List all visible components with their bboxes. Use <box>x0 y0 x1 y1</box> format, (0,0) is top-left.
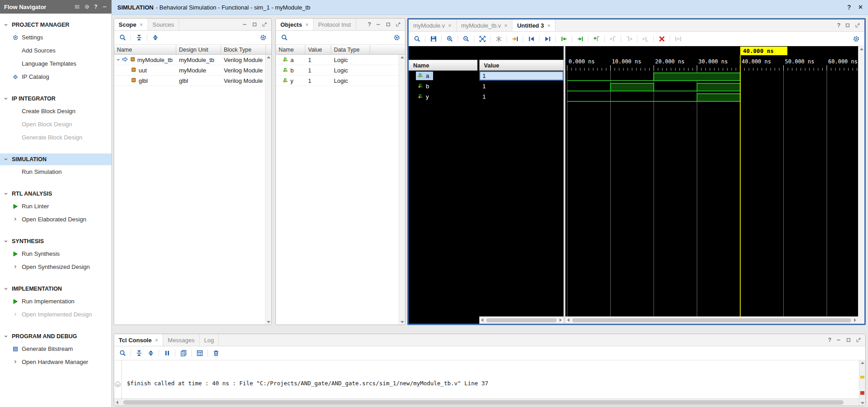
maximize-icon[interactable] <box>386 22 391 27</box>
section-header-implementation[interactable]: IMPLEMENTATION <box>0 283 111 295</box>
collapse-toggle-icon[interactable]: – <box>115 382 121 387</box>
minimize-icon[interactable] <box>242 22 247 27</box>
go-to-time-end-icon[interactable] <box>542 34 553 44</box>
save-wave-config-icon[interactable] <box>428 34 439 44</box>
close-icon[interactable]: × <box>448 22 452 29</box>
column-header-name[interactable]: Name <box>114 45 176 54</box>
maximize-icon[interactable] <box>252 22 257 27</box>
settings-gear-icon[interactable] <box>851 34 861 44</box>
clear-console-icon[interactable] <box>211 348 221 359</box>
go-to-cursor-icon[interactable] <box>510 34 520 44</box>
float-icon[interactable] <box>395 22 401 27</box>
item-open-hardware-manager[interactable]: Open Hardware Manager <box>0 355 111 369</box>
column-header-block-type[interactable]: Block Type <box>221 45 266 54</box>
settings-gear-icon[interactable] <box>391 33 402 43</box>
item-run-linter[interactable]: Run Linter <box>0 200 111 213</box>
item-open-synthesized-design[interactable]: Open Synthesized Design <box>0 260 111 273</box>
wave-column-header-name[interactable]: Name <box>409 60 477 71</box>
chevron-down-icon[interactable] <box>116 57 121 63</box>
horizontal-scrollbar[interactable] <box>565 316 858 324</box>
vertical-scrollbar[interactable] <box>399 55 405 325</box>
item-open-elaborated-design[interactable]: Open Elaborated Design <box>0 213 111 226</box>
column-header-value[interactable]: Value <box>305 45 331 54</box>
maximize-icon[interactable] <box>845 23 850 28</box>
vertical-scrollbar[interactable] <box>265 55 271 325</box>
tab-untitled-3[interactable]: Untitled 3 × <box>512 19 555 31</box>
close-icon[interactable]: × <box>547 22 551 29</box>
float-icon[interactable] <box>855 23 860 28</box>
item-generate-bitstream[interactable]: Generate Bitstream <box>0 342 111 355</box>
maximize-icon[interactable] <box>846 337 851 343</box>
collapse-all-icon[interactable] <box>134 33 144 43</box>
section-header-simulation[interactable]: SIMULATION <box>0 153 111 165</box>
horizontal-scrollbar[interactable] <box>479 316 564 324</box>
tab-messages[interactable]: Messages <box>163 334 199 346</box>
help-icon[interactable]: ? <box>368 21 371 28</box>
table-row[interactable]: myModule_tb myModule_tb Verilog Module <box>114 55 271 65</box>
tab-mymodule-v[interactable]: myModule.v × <box>409 19 457 31</box>
flow-toggle-icon[interactable] <box>74 4 80 10</box>
close-icon[interactable]: × <box>504 22 508 29</box>
close-icon[interactable]: × <box>858 3 863 11</box>
section-header-rtl-analysis[interactable]: RTL ANALYSIS <box>0 188 111 200</box>
section-header-synthesis[interactable]: SYNTHESIS <box>0 235 111 247</box>
snap-to-transition-icon[interactable] <box>673 34 683 44</box>
close-icon[interactable]: × <box>155 337 159 344</box>
table-row[interactable]: b 1 Logic <box>276 65 405 76</box>
signal-value-cell[interactable]: 1 <box>479 81 564 91</box>
help-icon[interactable]: ? <box>837 22 840 29</box>
tab-objects[interactable]: Objects × <box>276 19 313 30</box>
float-icon[interactable] <box>856 337 861 343</box>
zoom-out-icon[interactable] <box>461 34 471 44</box>
wave-signal-row[interactable]: y 1 <box>409 91 564 102</box>
tab-tcl-console[interactable]: Tcl Console × <box>114 334 163 346</box>
vertical-scrollbar[interactable] <box>859 360 865 406</box>
wave-column-header-value[interactable]: Value <box>479 60 564 71</box>
previous-transition-icon[interactable] <box>559 34 569 44</box>
section-header-ip-integrator[interactable]: IP INTEGRATOR <box>0 93 111 105</box>
minimize-icon[interactable] <box>102 4 107 10</box>
close-icon[interactable]: × <box>140 21 143 28</box>
section-header-project-manager[interactable]: PROJECT MANAGER <box>0 19 111 31</box>
go-to-time-0-icon[interactable] <box>526 34 536 44</box>
help-icon[interactable]: ? <box>847 4 851 11</box>
collapse-all-icon[interactable] <box>134 348 144 359</box>
previous-marker-icon[interactable] <box>608 34 618 44</box>
expand-all-icon[interactable] <box>150 33 160 43</box>
tab-mymodule-tb-v[interactable]: myModule_tb.v × <box>457 19 513 31</box>
report-icon[interactable] <box>194 348 205 359</box>
waveform-canvas[interactable]: 0.000 ns10.000 ns20.000 ns30.000 ns40.00… <box>565 46 858 316</box>
signal-value-cell[interactable]: 1 <box>479 92 564 101</box>
help-icon[interactable]: ? <box>828 337 831 343</box>
copy-icon[interactable] <box>178 348 188 359</box>
gear-icon[interactable] <box>84 4 90 10</box>
column-header-name[interactable]: Name <box>276 45 305 54</box>
search-icon[interactable] <box>412 34 422 44</box>
delete-marker-icon[interactable] <box>656 34 667 44</box>
item-add-sources[interactable]: Add Sources <box>0 44 111 57</box>
minimize-icon[interactable] <box>376 22 381 27</box>
zoom-fit-icon[interactable] <box>477 34 487 44</box>
vertical-scrollbar[interactable] <box>858 46 864 316</box>
item-language-templates[interactable]: Language Templates <box>0 57 111 70</box>
wave-signal-row[interactable]: a 1 <box>409 71 564 81</box>
item-run-implementation[interactable]: Run Implementation <box>0 295 111 308</box>
table-row[interactable]: glbl glbl Verilog Module <box>114 76 271 86</box>
column-header-data-type[interactable]: Data Type <box>331 45 370 54</box>
settings-gear-icon[interactable] <box>258 33 268 43</box>
tab-scope[interactable]: Scope × <box>114 19 148 30</box>
expand-all-icon[interactable] <box>145 348 156 359</box>
item-generate-block-design[interactable]: Generate Block Design <box>0 131 111 144</box>
column-header-design-unit[interactable]: Design Unit <box>176 45 221 54</box>
signal-value-cell[interactable]: 1 <box>479 71 564 81</box>
zoom-in-icon[interactable] <box>444 34 455 44</box>
tab-sources[interactable]: Sources <box>148 19 179 30</box>
item-settings[interactable]: Settings <box>0 31 111 44</box>
search-icon[interactable] <box>117 348 128 359</box>
item-run-synthesis[interactable]: Run Synthesis <box>0 247 111 260</box>
wave-signal-row[interactable]: b 1 <box>409 81 564 91</box>
selected-signal-chip[interactable]: a <box>416 72 433 80</box>
table-row[interactable]: uut myModule Verilog Module <box>114 65 271 76</box>
pause-output-icon[interactable] <box>162 348 172 359</box>
search-icon[interactable] <box>279 33 289 43</box>
